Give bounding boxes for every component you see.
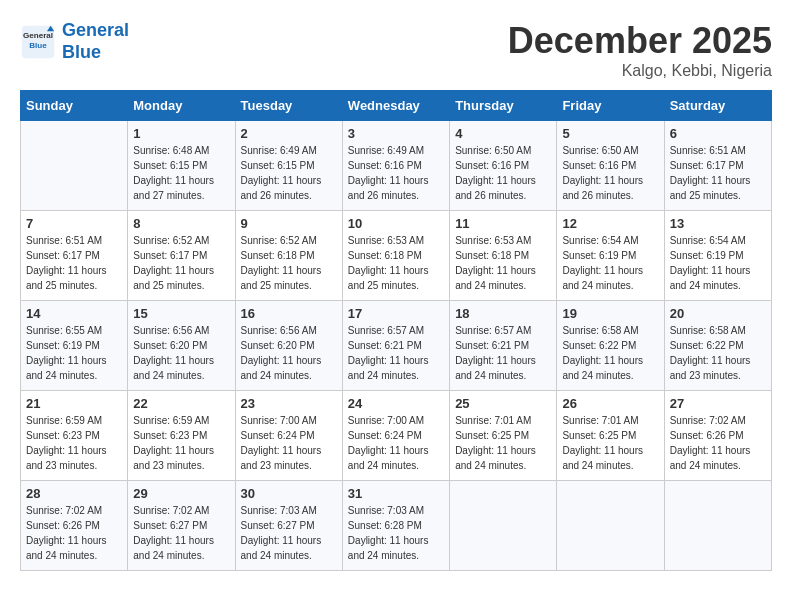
- calendar-cell: 13Sunrise: 6:54 AM Sunset: 6:19 PM Dayli…: [664, 211, 771, 301]
- calendar-cell: 21Sunrise: 6:59 AM Sunset: 6:23 PM Dayli…: [21, 391, 128, 481]
- calendar-cell: 31Sunrise: 7:03 AM Sunset: 6:28 PM Dayli…: [342, 481, 449, 571]
- day-number: 15: [133, 306, 229, 321]
- calendar-week-row: 28Sunrise: 7:02 AM Sunset: 6:26 PM Dayli…: [21, 481, 772, 571]
- cell-info: Sunrise: 6:59 AM Sunset: 6:23 PM Dayligh…: [133, 413, 229, 473]
- cell-info: Sunrise: 6:58 AM Sunset: 6:22 PM Dayligh…: [670, 323, 766, 383]
- calendar-cell: 16Sunrise: 6:56 AM Sunset: 6:20 PM Dayli…: [235, 301, 342, 391]
- cell-info: Sunrise: 6:53 AM Sunset: 6:18 PM Dayligh…: [348, 233, 444, 293]
- day-number: 28: [26, 486, 122, 501]
- day-number: 7: [26, 216, 122, 231]
- day-number: 30: [241, 486, 337, 501]
- day-of-week-header: Monday: [128, 91, 235, 121]
- svg-text:Blue: Blue: [29, 41, 47, 50]
- day-number: 26: [562, 396, 658, 411]
- day-number: 29: [133, 486, 229, 501]
- month-title: December 2025: [508, 20, 772, 62]
- calendar-cell: 17Sunrise: 6:57 AM Sunset: 6:21 PM Dayli…: [342, 301, 449, 391]
- day-number: 18: [455, 306, 551, 321]
- day-number: 2: [241, 126, 337, 141]
- day-number: 22: [133, 396, 229, 411]
- day-of-week-header: Wednesday: [342, 91, 449, 121]
- day-of-week-header: Friday: [557, 91, 664, 121]
- logo-text: GeneralBlue: [62, 20, 129, 63]
- day-number: 4: [455, 126, 551, 141]
- day-of-week-header: Thursday: [450, 91, 557, 121]
- calendar-cell: 9Sunrise: 6:52 AM Sunset: 6:18 PM Daylig…: [235, 211, 342, 301]
- cell-info: Sunrise: 6:57 AM Sunset: 6:21 PM Dayligh…: [455, 323, 551, 383]
- day-number: 25: [455, 396, 551, 411]
- calendar-cell: 11Sunrise: 6:53 AM Sunset: 6:18 PM Dayli…: [450, 211, 557, 301]
- day-number: 19: [562, 306, 658, 321]
- calendar-cell: 10Sunrise: 6:53 AM Sunset: 6:18 PM Dayli…: [342, 211, 449, 301]
- cell-info: Sunrise: 7:02 AM Sunset: 6:26 PM Dayligh…: [26, 503, 122, 563]
- cell-info: Sunrise: 6:54 AM Sunset: 6:19 PM Dayligh…: [562, 233, 658, 293]
- calendar-week-row: 14Sunrise: 6:55 AM Sunset: 6:19 PM Dayli…: [21, 301, 772, 391]
- day-number: 20: [670, 306, 766, 321]
- day-number: 8: [133, 216, 229, 231]
- cell-info: Sunrise: 6:55 AM Sunset: 6:19 PM Dayligh…: [26, 323, 122, 383]
- calendar-cell: 26Sunrise: 7:01 AM Sunset: 6:25 PM Dayli…: [557, 391, 664, 481]
- cell-info: Sunrise: 6:50 AM Sunset: 6:16 PM Dayligh…: [562, 143, 658, 203]
- calendar-cell: 3Sunrise: 6:49 AM Sunset: 6:16 PM Daylig…: [342, 121, 449, 211]
- day-number: 5: [562, 126, 658, 141]
- cell-info: Sunrise: 7:02 AM Sunset: 6:27 PM Dayligh…: [133, 503, 229, 563]
- cell-info: Sunrise: 6:50 AM Sunset: 6:16 PM Dayligh…: [455, 143, 551, 203]
- cell-info: Sunrise: 6:56 AM Sunset: 6:20 PM Dayligh…: [241, 323, 337, 383]
- calendar-cell: [664, 481, 771, 571]
- cell-info: Sunrise: 6:53 AM Sunset: 6:18 PM Dayligh…: [455, 233, 551, 293]
- cell-info: Sunrise: 6:59 AM Sunset: 6:23 PM Dayligh…: [26, 413, 122, 473]
- day-number: 3: [348, 126, 444, 141]
- svg-text:General: General: [23, 31, 53, 40]
- calendar-cell: 25Sunrise: 7:01 AM Sunset: 6:25 PM Dayli…: [450, 391, 557, 481]
- logo-icon: General Blue: [20, 24, 56, 60]
- calendar-cell: 30Sunrise: 7:03 AM Sunset: 6:27 PM Dayli…: [235, 481, 342, 571]
- cell-info: Sunrise: 6:54 AM Sunset: 6:19 PM Dayligh…: [670, 233, 766, 293]
- cell-info: Sunrise: 6:51 AM Sunset: 6:17 PM Dayligh…: [26, 233, 122, 293]
- calendar-cell: [557, 481, 664, 571]
- cell-info: Sunrise: 6:56 AM Sunset: 6:20 PM Dayligh…: [133, 323, 229, 383]
- calendar-cell: 2Sunrise: 6:49 AM Sunset: 6:15 PM Daylig…: [235, 121, 342, 211]
- day-number: 31: [348, 486, 444, 501]
- calendar-cell: 22Sunrise: 6:59 AM Sunset: 6:23 PM Dayli…: [128, 391, 235, 481]
- page-header: General Blue GeneralBlue December 2025 K…: [20, 20, 772, 80]
- calendar-cell: 7Sunrise: 6:51 AM Sunset: 6:17 PM Daylig…: [21, 211, 128, 301]
- cell-info: Sunrise: 6:58 AM Sunset: 6:22 PM Dayligh…: [562, 323, 658, 383]
- calendar-cell: 12Sunrise: 6:54 AM Sunset: 6:19 PM Dayli…: [557, 211, 664, 301]
- calendar-cell: [450, 481, 557, 571]
- calendar-week-row: 7Sunrise: 6:51 AM Sunset: 6:17 PM Daylig…: [21, 211, 772, 301]
- cell-info: Sunrise: 7:03 AM Sunset: 6:28 PM Dayligh…: [348, 503, 444, 563]
- calendar-week-row: 1Sunrise: 6:48 AM Sunset: 6:15 PM Daylig…: [21, 121, 772, 211]
- day-number: 6: [670, 126, 766, 141]
- cell-info: Sunrise: 6:49 AM Sunset: 6:16 PM Dayligh…: [348, 143, 444, 203]
- cell-info: Sunrise: 6:48 AM Sunset: 6:15 PM Dayligh…: [133, 143, 229, 203]
- calendar-cell: 6Sunrise: 6:51 AM Sunset: 6:17 PM Daylig…: [664, 121, 771, 211]
- day-number: 13: [670, 216, 766, 231]
- title-block: December 2025 Kalgo, Kebbi, Nigeria: [508, 20, 772, 80]
- day-of-week-header: Sunday: [21, 91, 128, 121]
- calendar-header-row: SundayMondayTuesdayWednesdayThursdayFrid…: [21, 91, 772, 121]
- cell-info: Sunrise: 6:52 AM Sunset: 6:18 PM Dayligh…: [241, 233, 337, 293]
- cell-info: Sunrise: 6:51 AM Sunset: 6:17 PM Dayligh…: [670, 143, 766, 203]
- calendar-cell: 23Sunrise: 7:00 AM Sunset: 6:24 PM Dayli…: [235, 391, 342, 481]
- day-number: 12: [562, 216, 658, 231]
- day-number: 24: [348, 396, 444, 411]
- logo: General Blue GeneralBlue: [20, 20, 129, 63]
- day-number: 14: [26, 306, 122, 321]
- day-of-week-header: Tuesday: [235, 91, 342, 121]
- location: Kalgo, Kebbi, Nigeria: [508, 62, 772, 80]
- calendar-table: SundayMondayTuesdayWednesdayThursdayFrid…: [20, 90, 772, 571]
- day-number: 9: [241, 216, 337, 231]
- calendar-cell: 1Sunrise: 6:48 AM Sunset: 6:15 PM Daylig…: [128, 121, 235, 211]
- day-number: 17: [348, 306, 444, 321]
- cell-info: Sunrise: 7:02 AM Sunset: 6:26 PM Dayligh…: [670, 413, 766, 473]
- cell-info: Sunrise: 7:01 AM Sunset: 6:25 PM Dayligh…: [562, 413, 658, 473]
- calendar-cell: 8Sunrise: 6:52 AM Sunset: 6:17 PM Daylig…: [128, 211, 235, 301]
- day-number: 1: [133, 126, 229, 141]
- calendar-cell: 24Sunrise: 7:00 AM Sunset: 6:24 PM Dayli…: [342, 391, 449, 481]
- cell-info: Sunrise: 6:49 AM Sunset: 6:15 PM Dayligh…: [241, 143, 337, 203]
- day-number: 27: [670, 396, 766, 411]
- calendar-cell: 29Sunrise: 7:02 AM Sunset: 6:27 PM Dayli…: [128, 481, 235, 571]
- calendar-cell: 19Sunrise: 6:58 AM Sunset: 6:22 PM Dayli…: [557, 301, 664, 391]
- calendar-week-row: 21Sunrise: 6:59 AM Sunset: 6:23 PM Dayli…: [21, 391, 772, 481]
- calendar-cell: 4Sunrise: 6:50 AM Sunset: 6:16 PM Daylig…: [450, 121, 557, 211]
